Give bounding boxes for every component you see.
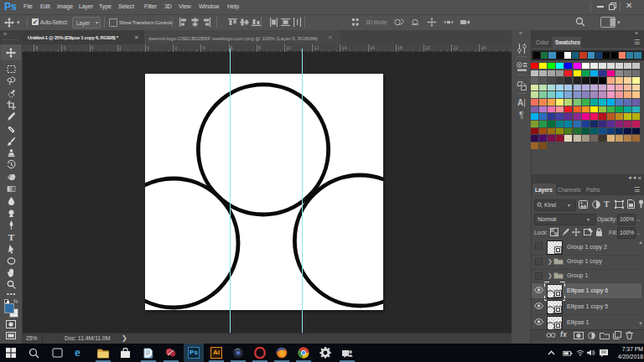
svg-text:▾: ▾: [617, 19, 621, 25]
svg-text:T: T: [8, 232, 15, 241]
